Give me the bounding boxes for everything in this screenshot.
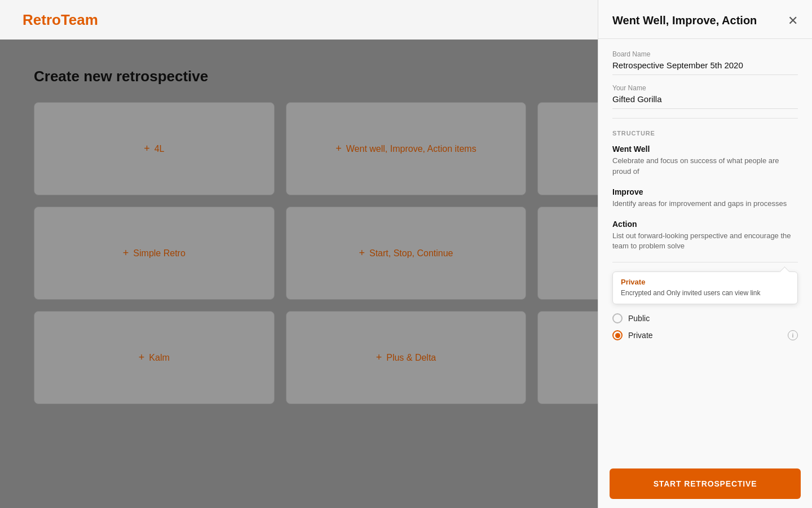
structure-section-label: STRUCTURE xyxy=(612,130,798,137)
close-button[interactable]: ✕ xyxy=(788,15,798,27)
plus-icon-7: + xyxy=(139,352,145,364)
structure-item-action-desc: List out forward-looking perspective and… xyxy=(612,231,798,252)
card-plus-delta[interactable]: + Plus & Delta xyxy=(286,311,527,404)
card-4l-label: 4L xyxy=(155,144,165,154)
panel-header: Went Well, Improve, Action ✕ xyxy=(598,0,812,39)
tooltip-title: Private xyxy=(621,278,789,286)
plus-icon: + xyxy=(144,143,150,155)
plus-icon-8: + xyxy=(376,352,382,364)
plus-icon-2: + xyxy=(336,143,342,155)
structure-item-improve-desc: Identify areas for improvement and gaps … xyxy=(612,199,798,209)
divider-1 xyxy=(612,118,798,119)
divider-2 xyxy=(612,262,798,262)
tooltip-text: Encrypted and Only invited users can vie… xyxy=(621,288,789,298)
card-simple-retro-label: Simple Retro xyxy=(133,248,185,259)
private-radio[interactable] xyxy=(612,330,623,340)
card-4l[interactable]: + 4L xyxy=(34,102,275,195)
panel-title: Went Well, Improve, Action xyxy=(612,14,757,27)
start-retrospective-button[interactable]: START RETROSPECTIVE xyxy=(610,468,801,499)
your-name-label: Your Name xyxy=(612,84,798,92)
panel-footer: START RETROSPECTIVE xyxy=(598,459,812,508)
public-label: Public xyxy=(628,314,650,323)
card-simple-retro[interactable]: + Simple Retro xyxy=(34,207,275,300)
your-name-value: Gifted Gorilla xyxy=(612,94,798,109)
structure-item-went-well: Went Well Celebrate and focus on success… xyxy=(612,144,798,177)
side-panel: Went Well, Improve, Action ✕ Board Name … xyxy=(598,0,812,508)
card-plus-delta-label: Plus & Delta xyxy=(386,353,436,363)
private-info-icon[interactable]: i xyxy=(788,330,798,340)
structure-item-improve-title: Improve xyxy=(612,187,798,196)
card-went-well-label: Went well, Improve, Action items xyxy=(346,144,476,154)
private-label: Private xyxy=(628,331,653,340)
private-tooltip: Private Encrypted and Only invited users… xyxy=(612,271,798,304)
card-kalm-label: Kalm xyxy=(149,353,169,363)
private-option[interactable]: Private xyxy=(612,330,653,340)
public-radio[interactable] xyxy=(612,313,623,323)
card-start-stop[interactable]: + Start, Stop, Continue xyxy=(286,207,527,300)
privacy-options: Public Private i xyxy=(612,313,798,340)
structure-item-action-title: Action xyxy=(612,220,798,229)
board-name-label: Board Name xyxy=(612,50,798,58)
plus-icon-4: + xyxy=(123,247,129,259)
panel-body: Board Name Retrospective September 5th 2… xyxy=(598,39,812,459)
logo-suffix: Team xyxy=(61,11,98,28)
card-went-well[interactable]: + Went well, Improve, Action items xyxy=(286,102,527,195)
structure-item-improve: Improve Identify areas for improvement a… xyxy=(612,187,798,209)
board-name-value: Retrospective September 5th 2020 xyxy=(612,60,798,75)
app-logo: RetroTeam xyxy=(23,11,98,29)
plus-icon-5: + xyxy=(359,247,365,259)
your-name-field: Your Name Gifted Gorilla xyxy=(612,84,798,109)
card-start-stop-label: Start, Stop, Continue xyxy=(369,248,453,259)
public-option[interactable]: Public xyxy=(612,313,798,323)
private-option-row: Private i xyxy=(612,330,798,340)
card-kalm[interactable]: + Kalm xyxy=(34,311,275,404)
board-name-field: Board Name Retrospective September 5th 2… xyxy=(612,50,798,75)
structure-item-went-well-desc: Celebrate and focus on success of what p… xyxy=(612,156,798,177)
logo-prefix: Retro xyxy=(23,11,61,28)
structure-item-went-well-title: Went Well xyxy=(612,144,798,154)
structure-item-action: Action List out forward-looking perspect… xyxy=(612,220,798,252)
